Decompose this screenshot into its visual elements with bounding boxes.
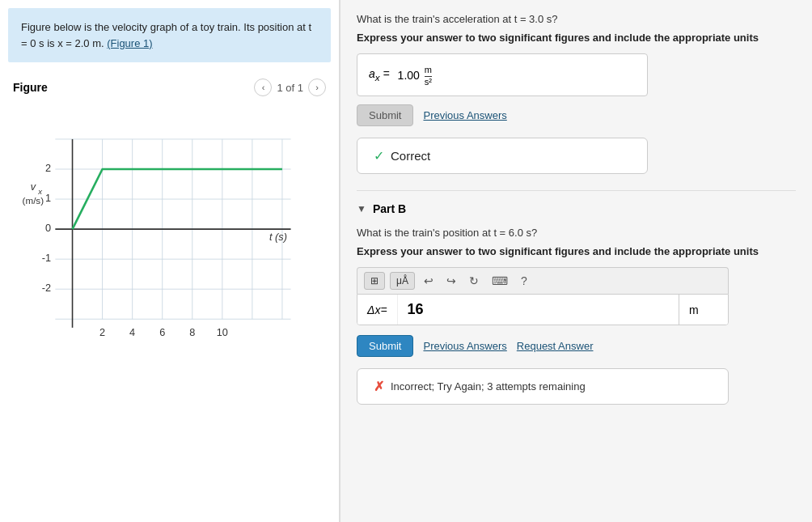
figure-nav-text: 1 of 1 bbox=[277, 82, 303, 94]
toolbar-grid-button[interactable]: ⊞ bbox=[364, 272, 385, 290]
svg-text:1: 1 bbox=[45, 193, 51, 204]
part-b-question: What is the train's position at t = 6.0 … bbox=[357, 227, 796, 239]
figure-header: Figure ‹ 1 of 1 › bbox=[13, 79, 326, 96]
svg-text:6: 6 bbox=[159, 327, 165, 338]
part-a-instruction: Express your answer to two significant f… bbox=[357, 32, 796, 44]
figure-link[interactable]: (Figure 1) bbox=[107, 37, 152, 49]
part-a-submit-button[interactable]: Submit bbox=[357, 104, 413, 126]
part-b-arrow-icon: ▼ bbox=[357, 203, 366, 214]
svg-text:-1: -1 bbox=[42, 253, 51, 264]
correct-text: Correct bbox=[391, 149, 430, 163]
next-figure-button[interactable]: › bbox=[308, 79, 326, 96]
figure-label: Figure bbox=[13, 81, 48, 94]
part-b-title: Part B bbox=[373, 202, 406, 215]
description-text: Figure below is the velocity graph of a … bbox=[21, 21, 311, 49]
part-b-header: ▼ Part B bbox=[357, 190, 796, 215]
part-b-prev-answers-link[interactable]: Previous Answers bbox=[423, 340, 506, 352]
part-a-answer-value: 1.00 bbox=[395, 69, 423, 82]
svg-text:(m/s): (m/s) bbox=[23, 195, 44, 206]
input-unit: m bbox=[679, 295, 728, 325]
part-b-submit-button[interactable]: Submit bbox=[357, 335, 413, 357]
svg-text:8: 8 bbox=[189, 327, 195, 338]
part-a-unit: m s² bbox=[423, 62, 432, 87]
keyboard-icon[interactable]: ⌨ bbox=[488, 272, 512, 290]
velocity-graph: 2 4 6 8 10 t (s) 0 1 2 -1 -2 v x (m/s) bbox=[21, 112, 312, 371]
svg-text:t (s): t (s) bbox=[269, 231, 287, 243]
part-b-section: ▼ Part B What is the train's position at… bbox=[357, 190, 796, 405]
graph-container: 2 4 6 8 10 t (s) 0 1 2 -1 -2 v x (m/s) bbox=[21, 112, 312, 371]
svg-text:2: 2 bbox=[99, 327, 105, 338]
right-panel: What is the train's acceleration at t = … bbox=[340, 0, 812, 522]
figure-nav: ‹ 1 of 1 › bbox=[254, 79, 326, 96]
incorrect-box: ✗ Incorrect; Try Again; 3 attempts remai… bbox=[357, 368, 729, 405]
check-icon: ✓ bbox=[374, 148, 384, 163]
answer-input[interactable] bbox=[398, 295, 679, 325]
figure-description: Figure below is the velocity graph of a … bbox=[8, 8, 331, 62]
part-a-prev-answers-link[interactable]: Previous Answers bbox=[423, 109, 506, 121]
svg-text:x: x bbox=[37, 187, 43, 196]
svg-text:0: 0 bbox=[45, 223, 51, 234]
incorrect-text: Incorrect; Try Again; 3 attempts remaini… bbox=[391, 380, 586, 393]
input-toolbar: ⊞ μÅ ↩ ↪ ↻ ⌨ ? bbox=[357, 267, 729, 294]
svg-text:2: 2 bbox=[45, 163, 51, 174]
svg-text:v: v bbox=[31, 181, 36, 193]
part-a-section: What is the train's acceleration at t = … bbox=[357, 13, 796, 174]
toolbar-mu-button[interactable]: μÅ bbox=[390, 272, 415, 290]
refresh-icon[interactable]: ↻ bbox=[465, 272, 483, 290]
input-label: Δx = bbox=[357, 295, 398, 325]
part-a-submit-row: Submit Previous Answers bbox=[357, 104, 796, 126]
part-a-question: What is the train's acceleration at t = … bbox=[357, 13, 796, 25]
part-b-submit-row: Submit Previous Answers Request Answer bbox=[357, 335, 796, 357]
figure-area: Figure ‹ 1 of 1 › bbox=[0, 70, 339, 522]
part-a-correct-box: ✓ Correct bbox=[357, 138, 648, 174]
redo-icon[interactable]: ↪ bbox=[442, 272, 460, 290]
help-icon[interactable]: ? bbox=[517, 272, 531, 290]
part-a-answer-label: ax = bbox=[369, 67, 390, 83]
part-b-instruction: Express your answer to two significant f… bbox=[357, 245, 796, 257]
svg-text:4: 4 bbox=[129, 327, 135, 338]
left-panel: Figure below is the velocity graph of a … bbox=[0, 0, 340, 522]
part-b-request-answer-link[interactable]: Request Answer bbox=[517, 340, 594, 352]
prev-figure-button[interactable]: ‹ bbox=[254, 79, 272, 96]
svg-text:-2: -2 bbox=[42, 282, 51, 294]
svg-text:10: 10 bbox=[217, 327, 228, 338]
x-icon: ✗ bbox=[374, 379, 384, 394]
input-row: Δx = m bbox=[357, 294, 729, 325]
part-a-answer-box: ax = 1.00 m s² bbox=[357, 53, 648, 96]
undo-icon[interactable]: ↩ bbox=[420, 272, 438, 290]
